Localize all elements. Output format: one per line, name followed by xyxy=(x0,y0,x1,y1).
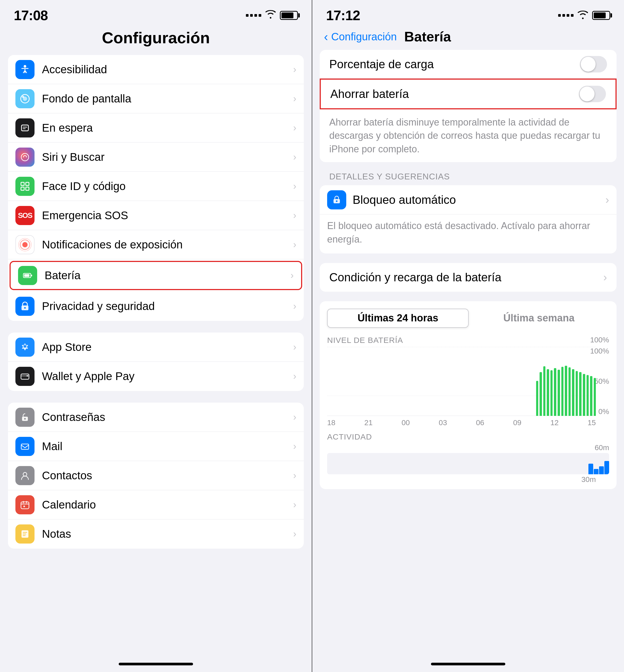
home-indicator-right xyxy=(312,656,624,672)
passwords-icon xyxy=(16,408,34,427)
time-right: 17:12 xyxy=(326,7,360,23)
settings-row-mail[interactable]: Mail › xyxy=(8,432,304,461)
espera-icon xyxy=(16,118,34,137)
back-label: Configuración xyxy=(331,31,397,43)
chart-bar xyxy=(453,415,456,416)
chart-bar xyxy=(388,415,391,416)
bloqueo-desc: El bloqueo automático está desactivado. … xyxy=(320,214,617,253)
chart-bar xyxy=(590,376,592,416)
tab-24h[interactable]: Últimas 24 horas xyxy=(327,309,469,328)
chart-bar xyxy=(424,415,427,416)
mail-icon xyxy=(16,437,34,456)
bateria-label: Batería xyxy=(45,269,288,282)
settings-row-appstore[interactable]: App Store › xyxy=(8,332,304,362)
bloqueo-row[interactable]: Bloqueo automático › xyxy=(320,185,617,214)
chevron-icon: › xyxy=(293,210,296,221)
home-indicator-left xyxy=(0,656,312,672)
chart-bar xyxy=(464,415,466,416)
chart-bar xyxy=(341,415,344,416)
settings-row-accesibilidad[interactable]: Accesibilidad › xyxy=(8,55,304,84)
chart-bar xyxy=(561,367,564,416)
settings-scroll[interactable]: Accesibilidad › Fondo de pantalla › xyxy=(0,55,312,656)
svg-point-10 xyxy=(22,242,28,247)
signal-icon-right xyxy=(558,14,574,17)
settings-row-fondo[interactable]: Fondo de pantalla › xyxy=(8,84,304,113)
chart-bar xyxy=(554,368,556,416)
settings-row-notas[interactable]: Notas › xyxy=(8,519,304,548)
svg-rect-6 xyxy=(21,182,24,186)
page-title-left: Configuración xyxy=(0,26,312,55)
chart-bar xyxy=(565,366,567,416)
settings-row-privacidad[interactable]: Privacidad y seguridad › xyxy=(8,292,304,321)
chart-bar xyxy=(367,415,369,416)
privacidad-icon xyxy=(16,297,34,316)
chart-bar xyxy=(547,369,549,416)
chart-bar xyxy=(482,415,484,416)
chart-bar xyxy=(403,415,405,416)
settings-row-passwords[interactable]: Contraseñas › xyxy=(8,403,304,432)
settings-group-main: Accesibilidad › Fondo de pantalla › xyxy=(8,55,304,321)
settings-row-siri[interactable]: Siri y Buscar › xyxy=(8,142,304,172)
chart-bar xyxy=(446,415,448,416)
battery-icon-right xyxy=(592,11,610,20)
privacidad-label: Privacidad y seguridad xyxy=(42,300,290,313)
contactos-label: Contactos xyxy=(42,469,290,482)
chart-bar xyxy=(536,381,539,416)
chart-bar xyxy=(468,415,470,416)
chart-bar xyxy=(410,415,412,416)
exposicion-icon xyxy=(16,235,34,254)
wifi-icon xyxy=(265,9,276,22)
battery-row-ahorrar[interactable]: Ahorrar batería xyxy=(321,80,616,108)
chevron-icon: › xyxy=(293,93,296,104)
calendario-label: Calendario xyxy=(42,499,290,511)
ahorrar-toggle[interactable] xyxy=(579,86,606,102)
porcentaje-label: Porcentaje de carga xyxy=(329,58,434,71)
condicion-label: Condición y recarga de la batería xyxy=(329,271,501,284)
condicion-row[interactable]: Condición y recarga de la batería › xyxy=(320,263,617,292)
svg-rect-7 xyxy=(26,182,29,186)
wifi-icon-right xyxy=(577,10,589,21)
chart-bar xyxy=(360,415,362,416)
chart-bar xyxy=(345,415,347,416)
right-phone: 17:12 ‹ Configuración Batería xyxy=(312,0,624,672)
settings-row-calendario[interactable]: Calendario › xyxy=(8,490,304,519)
time-left: 17:08 xyxy=(14,7,48,23)
chart-bar xyxy=(478,415,481,416)
status-bar-left: 17:08 xyxy=(0,0,312,26)
settings-row-bateria[interactable]: Batería › xyxy=(9,261,302,290)
bloqueo-section: Bloqueo automático › El bloqueo automáti… xyxy=(320,185,617,253)
tab-week-label: Última semana xyxy=(503,313,574,324)
settings-row-contactos[interactable]: Contactos › xyxy=(8,461,304,490)
settings-group-apps: Contraseñas › Mail › xyxy=(8,403,304,548)
chart-bar xyxy=(406,415,409,416)
chart-bar xyxy=(435,415,438,416)
appstore-label: App Store xyxy=(42,341,290,353)
svg-rect-15 xyxy=(24,274,29,277)
battery-scroll[interactable]: Porcentaje de carga Ahorrar batería Ahor… xyxy=(312,50,624,656)
settings-row-wallet[interactable]: Wallet y Apple Pay › xyxy=(8,362,304,391)
chart-bar xyxy=(461,415,463,416)
chart-bar xyxy=(442,415,445,416)
back-button[interactable]: ‹ Configuración xyxy=(324,29,397,44)
tab-week[interactable]: Última semana xyxy=(469,309,609,328)
chart-bar xyxy=(572,369,574,416)
chart-bar xyxy=(396,415,398,416)
battery-page-title: Batería xyxy=(404,29,451,45)
actividad-label: ACTIVIDAD xyxy=(327,432,609,441)
settings-row-espera[interactable]: En espera › xyxy=(8,113,304,142)
faceid-icon xyxy=(16,177,34,196)
chart-bar xyxy=(493,415,495,416)
chart-bar xyxy=(349,415,351,416)
chart-bar xyxy=(338,415,340,416)
battery-row-porcentaje[interactable]: Porcentaje de carga xyxy=(320,50,617,79)
actividad-chart xyxy=(327,453,609,474)
chevron-icon: › xyxy=(293,529,296,540)
settings-row-exposicion[interactable]: Notificaciones de exposición › xyxy=(8,230,304,259)
settings-row-sos[interactable]: SOS Emergencia SOS › xyxy=(8,201,304,230)
chart-bar xyxy=(457,415,459,416)
settings-row-faceid[interactable]: Face ID y código › xyxy=(8,172,304,201)
notas-icon xyxy=(16,525,34,543)
porcentaje-toggle[interactable] xyxy=(580,56,607,73)
chart-bar xyxy=(511,415,513,416)
chart-bar xyxy=(399,415,401,416)
